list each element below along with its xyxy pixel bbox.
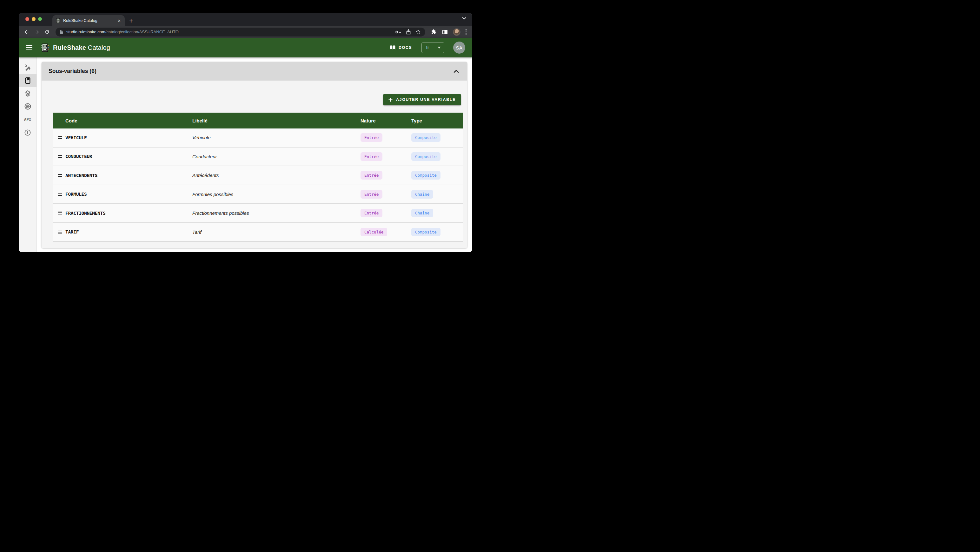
password-key-icon[interactable] <box>395 30 401 34</box>
col-libelle: Libellé <box>192 118 361 124</box>
sidebar-item-catalog[interactable] <box>19 74 37 87</box>
type-badge: Chaîne <box>411 190 433 198</box>
sidebar-item-engine[interactable] <box>19 100 37 113</box>
main-area: Sous-variables (6) <box>37 57 472 252</box>
table-row[interactable]: TARIF Tarif Calculée Composite <box>52 223 463 242</box>
bookmark-star-icon[interactable] <box>415 29 421 35</box>
col-code: Code <box>65 118 192 124</box>
traffic-lights <box>25 17 42 21</box>
panel-title: Sous-variables (6) <box>49 68 97 75</box>
type-badge: Composite <box>411 171 441 179</box>
variable-label: Formules possibles <box>192 192 361 197</box>
window-close-button[interactable] <box>25 17 29 21</box>
table-header: Code Libellé Nature Type <box>52 113 463 128</box>
window-zoom-button[interactable] <box>38 17 42 21</box>
api-icon: API <box>24 117 32 122</box>
tab-strip: RuleShake Catalog ✕ + <box>19 13 472 26</box>
add-variable-label: AJOUTER UNE VARIABLE <box>396 97 456 102</box>
sidebar-item-info[interactable] <box>19 126 37 139</box>
turbine-gear-icon <box>24 103 32 110</box>
table-row[interactable]: FORMULES Formules possibles Entrée Chaîn… <box>52 185 463 204</box>
tab-close-icon[interactable]: ✕ <box>117 18 121 23</box>
avatar-initials: SA <box>456 45 462 51</box>
table-row[interactable]: CONDUCTEUR Conducteur Entrée Composite <box>52 148 463 167</box>
docs-label: DOCS <box>399 45 412 50</box>
forward-button[interactable] <box>33 28 41 36</box>
variable-label: Véhicule <box>192 135 361 140</box>
docs-book-icon <box>390 45 396 50</box>
nature-badge: Entrée <box>361 171 382 179</box>
drag-handle-icon[interactable] <box>58 136 62 139</box>
extensions-puzzle-icon[interactable] <box>431 29 437 35</box>
tab-search-chevron-icon[interactable] <box>462 17 466 20</box>
variable-label: Antécédents <box>192 173 361 178</box>
drag-handle-icon[interactable] <box>58 155 62 158</box>
brand-name: RuleShake <box>53 44 86 51</box>
collapse-panel-button[interactable] <box>453 70 459 73</box>
panel-header: Sous-variables (6) <box>41 62 467 81</box>
nature-badge: Calculée <box>361 228 387 236</box>
variable-code: TARIF <box>65 229 192 235</box>
hamburger-menu-button[interactable] <box>26 45 32 51</box>
nature-badge: Entrée <box>361 133 382 142</box>
user-avatar[interactable]: SA <box>453 41 465 54</box>
sidebar-item-api[interactable]: API <box>19 113 37 126</box>
browser-window: RuleShake Catalog ✕ + <box>19 13 472 252</box>
drag-handle-icon[interactable] <box>58 193 62 196</box>
type-badge: Composite <box>411 133 441 142</box>
variable-code: ANTECENDENTS <box>65 173 192 178</box>
language-value: fr <box>426 45 438 50</box>
layers-icon <box>24 90 32 97</box>
app-header: RuleShake Catalog DOCS fr SA <box>19 38 472 57</box>
favicon-icon <box>56 18 60 23</box>
nature-badge: Entrée <box>361 152 382 161</box>
url-domain: studio.ruleshake.com <box>66 30 105 34</box>
window-minimize-button[interactable] <box>32 17 35 21</box>
variables-table-body: VEHICULE Véhicule Entrée Composite CONDU… <box>52 128 463 242</box>
table-row[interactable]: FRACTIONNEMENTS Fractionnements possible… <box>52 204 463 223</box>
table-row[interactable]: ANTECENDENTS Antécédents Entrée Composit… <box>52 166 463 185</box>
variable-code: FRACTIONNEMENTS <box>65 211 192 216</box>
tools-icon <box>24 64 32 71</box>
add-variable-button[interactable]: AJOUTER UNE VARIABLE <box>383 94 461 105</box>
url-bar[interactable]: studio.ruleshake.com/catalog/collection/… <box>56 28 425 36</box>
back-button[interactable] <box>22 28 31 36</box>
table-row[interactable]: VEHICULE Véhicule Entrée Composite <box>52 128 463 148</box>
col-nature: Nature <box>361 118 411 124</box>
new-tab-button[interactable]: + <box>129 18 133 24</box>
app-brand: RuleShake Catalog <box>41 43 110 52</box>
nature-badge: Entrée <box>361 190 382 198</box>
drag-handle-icon[interactable] <box>58 174 62 177</box>
plus-icon <box>388 98 393 102</box>
desktop-background: RuleShake Catalog ✕ + <box>0 0 490 276</box>
reload-button[interactable] <box>43 28 51 36</box>
sidebar-item-rules[interactable] <box>19 61 37 74</box>
share-icon[interactable] <box>406 29 410 35</box>
variables-table: Code Libellé Nature Type VEHICULE Véhicu… <box>52 113 463 242</box>
chevron-down-icon <box>438 47 441 49</box>
docs-button[interactable]: DOCS <box>390 45 412 50</box>
url-path: /catalog/collection/ASSURANCE_AUTO <box>105 30 179 34</box>
browser-toolbar: studio.ruleshake.com/catalog/collection/… <box>19 26 472 38</box>
browser-profile-avatar[interactable] <box>453 28 460 36</box>
variable-code: CONDUCTEUR <box>65 154 192 159</box>
sidebar: API <box>19 57 37 252</box>
browser-tab[interactable]: RuleShake Catalog ✕ <box>52 15 125 26</box>
panel-body: AJOUTER UNE VARIABLE Code Libellé Nature… <box>41 81 467 248</box>
type-badge: Chaîne <box>411 209 433 217</box>
browser-menu-dots-icon[interactable] <box>466 29 467 35</box>
info-icon <box>24 129 31 136</box>
drag-handle-icon[interactable] <box>58 212 62 214</box>
url-text: studio.ruleshake.com/catalog/collection/… <box>66 30 392 34</box>
variable-label: Tarif <box>192 229 361 235</box>
drag-handle-icon[interactable] <box>58 231 62 233</box>
side-panel-icon[interactable] <box>442 30 448 35</box>
variable-label: Fractionnements possibles <box>192 210 361 216</box>
col-type: Type <box>411 118 463 124</box>
brand-suffix: Catalog <box>88 44 110 51</box>
type-badge: Composite <box>411 152 441 161</box>
sidebar-item-collections[interactable] <box>19 87 37 100</box>
nature-badge: Entrée <box>361 209 382 217</box>
language-select[interactable]: fr <box>422 43 444 53</box>
sous-variables-panel: Sous-variables (6) <box>41 62 467 248</box>
